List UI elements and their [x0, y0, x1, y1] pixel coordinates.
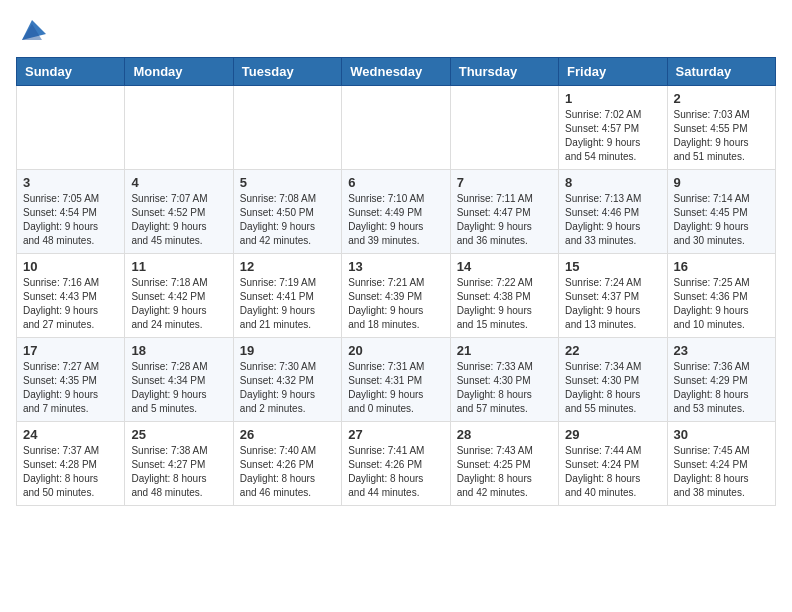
- calendar-cell: 15Sunrise: 7:24 AM Sunset: 4:37 PM Dayli…: [559, 254, 667, 338]
- calendar-cell: 27Sunrise: 7:41 AM Sunset: 4:26 PM Dayli…: [342, 422, 450, 506]
- day-number: 24: [23, 427, 118, 442]
- logo-icon: [18, 16, 46, 44]
- day-info: Sunrise: 7:36 AM Sunset: 4:29 PM Dayligh…: [674, 360, 769, 416]
- calendar-cell: 3Sunrise: 7:05 AM Sunset: 4:54 PM Daylig…: [17, 170, 125, 254]
- calendar-cell: 20Sunrise: 7:31 AM Sunset: 4:31 PM Dayli…: [342, 338, 450, 422]
- column-header-tuesday: Tuesday: [233, 58, 341, 86]
- day-info: Sunrise: 7:37 AM Sunset: 4:28 PM Dayligh…: [23, 444, 118, 500]
- day-number: 25: [131, 427, 226, 442]
- day-number: 8: [565, 175, 660, 190]
- calendar-week-row: 10Sunrise: 7:16 AM Sunset: 4:43 PM Dayli…: [17, 254, 776, 338]
- day-info: Sunrise: 7:28 AM Sunset: 4:34 PM Dayligh…: [131, 360, 226, 416]
- day-info: Sunrise: 7:24 AM Sunset: 4:37 PM Dayligh…: [565, 276, 660, 332]
- calendar-cell: 1Sunrise: 7:02 AM Sunset: 4:57 PM Daylig…: [559, 86, 667, 170]
- day-number: 9: [674, 175, 769, 190]
- day-number: 4: [131, 175, 226, 190]
- calendar-cell: 10Sunrise: 7:16 AM Sunset: 4:43 PM Dayli…: [17, 254, 125, 338]
- day-info: Sunrise: 7:05 AM Sunset: 4:54 PM Dayligh…: [23, 192, 118, 248]
- day-number: 14: [457, 259, 552, 274]
- day-info: Sunrise: 7:14 AM Sunset: 4:45 PM Dayligh…: [674, 192, 769, 248]
- day-number: 13: [348, 259, 443, 274]
- calendar-cell: 13Sunrise: 7:21 AM Sunset: 4:39 PM Dayli…: [342, 254, 450, 338]
- calendar-week-row: 17Sunrise: 7:27 AM Sunset: 4:35 PM Dayli…: [17, 338, 776, 422]
- calendar-cell: [233, 86, 341, 170]
- day-number: 5: [240, 175, 335, 190]
- calendar-table: SundayMondayTuesdayWednesdayThursdayFrid…: [16, 57, 776, 506]
- calendar-cell: [450, 86, 558, 170]
- calendar-week-row: 3Sunrise: 7:05 AM Sunset: 4:54 PM Daylig…: [17, 170, 776, 254]
- calendar-cell: 18Sunrise: 7:28 AM Sunset: 4:34 PM Dayli…: [125, 338, 233, 422]
- day-number: 22: [565, 343, 660, 358]
- day-info: Sunrise: 7:27 AM Sunset: 4:35 PM Dayligh…: [23, 360, 118, 416]
- day-info: Sunrise: 7:34 AM Sunset: 4:30 PM Dayligh…: [565, 360, 660, 416]
- calendar-cell: 30Sunrise: 7:45 AM Sunset: 4:24 PM Dayli…: [667, 422, 775, 506]
- calendar-cell: 4Sunrise: 7:07 AM Sunset: 4:52 PM Daylig…: [125, 170, 233, 254]
- day-number: 27: [348, 427, 443, 442]
- day-number: 30: [674, 427, 769, 442]
- day-number: 17: [23, 343, 118, 358]
- day-number: 15: [565, 259, 660, 274]
- day-info: Sunrise: 7:43 AM Sunset: 4:25 PM Dayligh…: [457, 444, 552, 500]
- day-number: 26: [240, 427, 335, 442]
- day-info: Sunrise: 7:11 AM Sunset: 4:47 PM Dayligh…: [457, 192, 552, 248]
- day-number: 1: [565, 91, 660, 106]
- day-number: 3: [23, 175, 118, 190]
- day-info: Sunrise: 7:21 AM Sunset: 4:39 PM Dayligh…: [348, 276, 443, 332]
- day-number: 16: [674, 259, 769, 274]
- calendar-cell: 17Sunrise: 7:27 AM Sunset: 4:35 PM Dayli…: [17, 338, 125, 422]
- day-info: Sunrise: 7:16 AM Sunset: 4:43 PM Dayligh…: [23, 276, 118, 332]
- day-number: 21: [457, 343, 552, 358]
- calendar-cell: [342, 86, 450, 170]
- calendar-week-row: 1Sunrise: 7:02 AM Sunset: 4:57 PM Daylig…: [17, 86, 776, 170]
- day-number: 6: [348, 175, 443, 190]
- day-info: Sunrise: 7:08 AM Sunset: 4:50 PM Dayligh…: [240, 192, 335, 248]
- day-info: Sunrise: 7:18 AM Sunset: 4:42 PM Dayligh…: [131, 276, 226, 332]
- calendar-cell: 14Sunrise: 7:22 AM Sunset: 4:38 PM Dayli…: [450, 254, 558, 338]
- calendar-cell: 7Sunrise: 7:11 AM Sunset: 4:47 PM Daylig…: [450, 170, 558, 254]
- column-header-thursday: Thursday: [450, 58, 558, 86]
- calendar-cell: 11Sunrise: 7:18 AM Sunset: 4:42 PM Dayli…: [125, 254, 233, 338]
- day-info: Sunrise: 7:03 AM Sunset: 4:55 PM Dayligh…: [674, 108, 769, 164]
- day-info: Sunrise: 7:44 AM Sunset: 4:24 PM Dayligh…: [565, 444, 660, 500]
- column-header-saturday: Saturday: [667, 58, 775, 86]
- day-number: 29: [565, 427, 660, 442]
- calendar-cell: 2Sunrise: 7:03 AM Sunset: 4:55 PM Daylig…: [667, 86, 775, 170]
- calendar-header-row: SundayMondayTuesdayWednesdayThursdayFrid…: [17, 58, 776, 86]
- day-number: 28: [457, 427, 552, 442]
- day-number: 12: [240, 259, 335, 274]
- day-number: 10: [23, 259, 118, 274]
- calendar-cell: 8Sunrise: 7:13 AM Sunset: 4:46 PM Daylig…: [559, 170, 667, 254]
- calendar-cell: 26Sunrise: 7:40 AM Sunset: 4:26 PM Dayli…: [233, 422, 341, 506]
- calendar-cell: 5Sunrise: 7:08 AM Sunset: 4:50 PM Daylig…: [233, 170, 341, 254]
- day-info: Sunrise: 7:41 AM Sunset: 4:26 PM Dayligh…: [348, 444, 443, 500]
- day-info: Sunrise: 7:33 AM Sunset: 4:30 PM Dayligh…: [457, 360, 552, 416]
- page-header: [16, 16, 776, 49]
- calendar-week-row: 24Sunrise: 7:37 AM Sunset: 4:28 PM Dayli…: [17, 422, 776, 506]
- calendar-cell: [125, 86, 233, 170]
- calendar-cell: 9Sunrise: 7:14 AM Sunset: 4:45 PM Daylig…: [667, 170, 775, 254]
- day-number: 18: [131, 343, 226, 358]
- calendar-cell: 16Sunrise: 7:25 AM Sunset: 4:36 PM Dayli…: [667, 254, 775, 338]
- logo: [16, 16, 46, 49]
- day-info: Sunrise: 7:25 AM Sunset: 4:36 PM Dayligh…: [674, 276, 769, 332]
- column-header-sunday: Sunday: [17, 58, 125, 86]
- day-number: 19: [240, 343, 335, 358]
- day-info: Sunrise: 7:10 AM Sunset: 4:49 PM Dayligh…: [348, 192, 443, 248]
- calendar-cell: 22Sunrise: 7:34 AM Sunset: 4:30 PM Dayli…: [559, 338, 667, 422]
- day-info: Sunrise: 7:07 AM Sunset: 4:52 PM Dayligh…: [131, 192, 226, 248]
- calendar-cell: 23Sunrise: 7:36 AM Sunset: 4:29 PM Dayli…: [667, 338, 775, 422]
- calendar-cell: 19Sunrise: 7:30 AM Sunset: 4:32 PM Dayli…: [233, 338, 341, 422]
- day-number: 2: [674, 91, 769, 106]
- column-header-monday: Monday: [125, 58, 233, 86]
- calendar-cell: 28Sunrise: 7:43 AM Sunset: 4:25 PM Dayli…: [450, 422, 558, 506]
- day-info: Sunrise: 7:40 AM Sunset: 4:26 PM Dayligh…: [240, 444, 335, 500]
- day-number: 23: [674, 343, 769, 358]
- calendar-cell: 29Sunrise: 7:44 AM Sunset: 4:24 PM Dayli…: [559, 422, 667, 506]
- calendar-cell: [17, 86, 125, 170]
- day-info: Sunrise: 7:38 AM Sunset: 4:27 PM Dayligh…: [131, 444, 226, 500]
- calendar-cell: 12Sunrise: 7:19 AM Sunset: 4:41 PM Dayli…: [233, 254, 341, 338]
- day-info: Sunrise: 7:19 AM Sunset: 4:41 PM Dayligh…: [240, 276, 335, 332]
- calendar-cell: 25Sunrise: 7:38 AM Sunset: 4:27 PM Dayli…: [125, 422, 233, 506]
- day-number: 20: [348, 343, 443, 358]
- calendar-cell: 6Sunrise: 7:10 AM Sunset: 4:49 PM Daylig…: [342, 170, 450, 254]
